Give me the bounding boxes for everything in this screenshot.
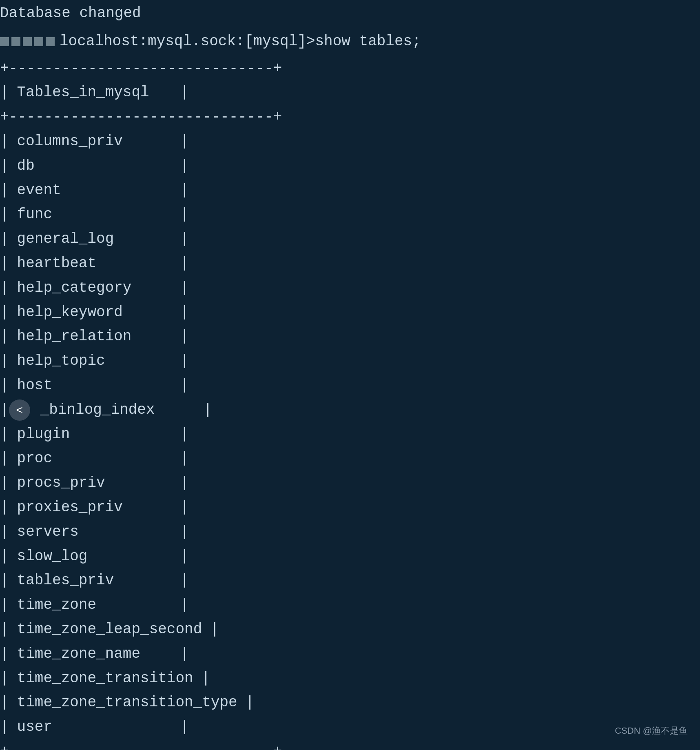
pipe-right: | bbox=[180, 521, 189, 544]
table-name: columns_priv bbox=[9, 130, 180, 153]
dot-2 bbox=[11, 37, 20, 46]
window-dots bbox=[0, 37, 55, 46]
pipe-left: | bbox=[0, 374, 9, 397]
table-row: | time_zone_name | bbox=[0, 642, 700, 666]
command-prompt-line: localhost:mysql.sock:[mysql]> show table… bbox=[0, 27, 700, 56]
dot-5 bbox=[46, 37, 55, 46]
table-row: | columns_priv | bbox=[0, 129, 700, 154]
table-row: | time_zone_transition_type | bbox=[0, 690, 700, 715]
table-row: | db | bbox=[0, 154, 700, 178]
table-name: tables_priv bbox=[9, 569, 180, 592]
terminal-window: Database changed localhost:mysql.sock:[m… bbox=[0, 0, 700, 750]
pipe-left: | bbox=[0, 252, 9, 275]
pipe-left: | bbox=[0, 301, 9, 324]
pipe-left: | bbox=[0, 423, 9, 446]
pipe-right: | bbox=[180, 545, 189, 568]
watermark: CSDN @渔不是鱼 bbox=[615, 724, 688, 738]
pipe-left: | bbox=[0, 667, 9, 690]
table-row: | proc | bbox=[0, 446, 700, 471]
pipe-right: | bbox=[180, 252, 189, 275]
table-name: func bbox=[9, 203, 180, 226]
table-row: | time_zone_transition | bbox=[0, 666, 700, 691]
pipe-right: | bbox=[180, 472, 189, 495]
pipe-right-header: | bbox=[180, 81, 189, 104]
bottom-separator: +------------------------------+ bbox=[0, 739, 700, 750]
table-name: general_log bbox=[9, 228, 180, 251]
table-row: | help_topic | bbox=[0, 349, 700, 373]
table-row: | tables_priv | bbox=[0, 568, 700, 593]
table-row: | user | bbox=[0, 715, 700, 739]
table-name: db bbox=[9, 155, 180, 178]
table-name: time_zone_transition bbox=[9, 667, 202, 690]
table-row: | heartbeat | bbox=[0, 251, 700, 276]
pipe-right: | bbox=[180, 447, 189, 470]
table-row: | plugin | bbox=[0, 422, 700, 447]
table-row: | slow_log | bbox=[0, 544, 700, 569]
pipe-left: | bbox=[0, 643, 9, 666]
pipe-right: | bbox=[180, 423, 189, 446]
pipe-left: | bbox=[0, 594, 9, 617]
table-name: heartbeat bbox=[9, 252, 180, 275]
pipe-left: | bbox=[0, 691, 9, 714]
top-separator: +------------------------------+ bbox=[0, 56, 700, 81]
pipe-left: | bbox=[0, 203, 9, 226]
table-row: | time_zone | bbox=[0, 593, 700, 617]
dot-1 bbox=[0, 37, 9, 46]
table-name: slow_log bbox=[9, 545, 180, 568]
pipe-right: | bbox=[180, 594, 189, 617]
pipe-left: | bbox=[0, 472, 9, 495]
pipe-right: | bbox=[180, 325, 189, 348]
table-row: | host | bbox=[0, 373, 700, 398]
table-name: proxies_priv bbox=[9, 496, 180, 519]
pipe-right: | bbox=[180, 496, 189, 519]
dot-4 bbox=[34, 37, 43, 46]
table-row: | general_log | bbox=[0, 227, 700, 251]
pipe-right: | bbox=[180, 643, 189, 666]
pipe-right: | bbox=[210, 618, 219, 641]
table-rows-container: | columns_priv || db || event || func ||… bbox=[0, 129, 700, 739]
table-name: procs_priv bbox=[9, 472, 180, 495]
pipe-left: | bbox=[0, 521, 9, 544]
table-row: | help_category | bbox=[0, 276, 700, 300]
table-name: proc bbox=[9, 447, 180, 470]
pipe-right: | bbox=[180, 277, 189, 300]
pipe-right: | bbox=[180, 228, 189, 251]
table-row: | time_zone_leap_second | bbox=[0, 617, 700, 642]
pipe-right: | bbox=[180, 569, 189, 592]
header-separator: +------------------------------+ bbox=[0, 105, 700, 129]
pipe-left: | bbox=[0, 325, 9, 348]
pipe-right: | bbox=[180, 350, 189, 373]
table-name: help_category bbox=[9, 277, 180, 300]
prompt-prefix: localhost:mysql.sock:[mysql]> bbox=[60, 30, 315, 53]
pipe-left: | bbox=[0, 179, 9, 202]
pipe-left: | bbox=[0, 228, 9, 251]
table-name: event bbox=[9, 179, 180, 202]
table-row: | procs_priv | bbox=[0, 471, 700, 495]
table-name: help_keyword bbox=[9, 301, 180, 324]
table-header-row: | Tables_in_mysql | bbox=[0, 80, 700, 105]
pipe-right: | bbox=[180, 716, 189, 739]
table-name: help_relation bbox=[9, 325, 180, 348]
pipe-left: | bbox=[0, 399, 9, 422]
pipe-right: | bbox=[204, 399, 213, 422]
pipe-left: | bbox=[0, 496, 9, 519]
table-row: | func | bbox=[0, 202, 700, 227]
table-name: plugin bbox=[9, 423, 180, 446]
pipe-right: | bbox=[180, 203, 189, 226]
table-row: | event | bbox=[0, 178, 700, 203]
pipe-left: | bbox=[0, 569, 9, 592]
table-name: time_zone_name bbox=[9, 643, 180, 666]
back-button[interactable]: < bbox=[9, 399, 30, 421]
pipe-right: | bbox=[246, 691, 255, 714]
pipe-left: | bbox=[0, 350, 9, 373]
pipe-left: | bbox=[0, 545, 9, 568]
table-row: | help_relation | bbox=[0, 324, 700, 349]
pipe-left: | bbox=[0, 130, 9, 153]
pipe-right: | bbox=[180, 374, 189, 397]
db-changed-text: Database changed bbox=[0, 0, 700, 27]
table-name: servers bbox=[9, 521, 180, 544]
table-name: time_zone_leap_second bbox=[9, 618, 210, 641]
pipe-left: | bbox=[0, 716, 9, 739]
pipe-left: | bbox=[0, 618, 9, 641]
pipe-left: | bbox=[0, 277, 9, 300]
